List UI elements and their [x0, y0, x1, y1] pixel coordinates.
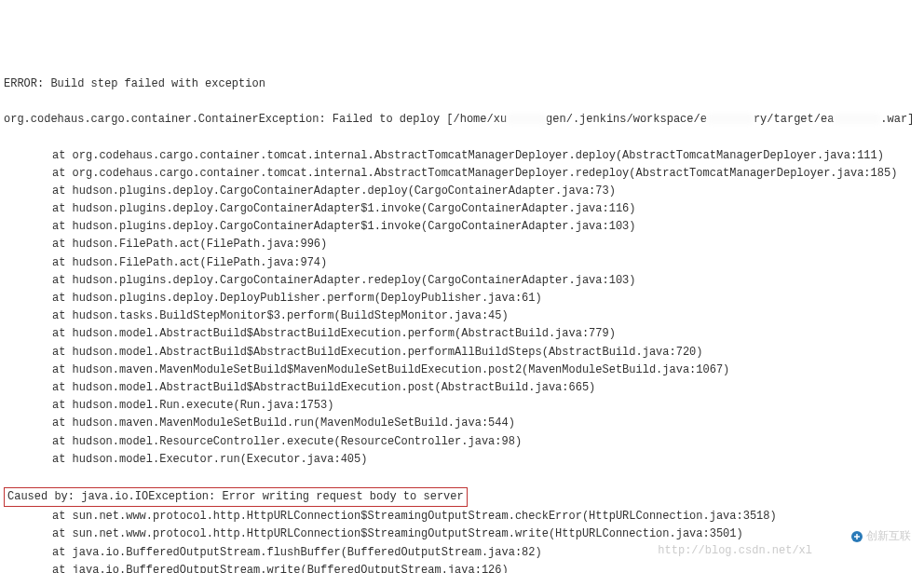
redaction-block [707, 114, 754, 124]
watermark-url: http://blog.csdn.net/xl [658, 542, 812, 560]
exception-text-mid: gen/.jenkins/workspace/e [546, 113, 707, 126]
watermark-brand: 创新互联 [845, 525, 917, 547]
stack-frame: at hudson.FilePath.act(FilePath.java:996… [4, 236, 920, 253]
redaction-block [507, 114, 546, 124]
stack-frame: at sun.net.www.protocol.http.HttpURLConn… [4, 508, 920, 525]
stack-frame: at hudson.maven.MavenModuleSetBuild.run(… [4, 415, 920, 432]
stack-frame: at hudson.model.Executor.run(Executor.ja… [4, 451, 920, 469]
stack-frame: at org.codehaus.cargo.container.tomcat.i… [4, 147, 920, 165]
watermark-brand-text: 创新互联 [866, 529, 911, 542]
stack-frame: at hudson.model.Run.execute(Run.java:175… [4, 397, 920, 415]
exception-text-end: .war] [880, 113, 914, 126]
stack-frame: at hudson.model.AbstractBuild$AbstractBu… [4, 325, 920, 343]
stack-frame: at hudson.plugins.deploy.CargoContainerA… [4, 218, 920, 236]
error-header: ERROR: Build step failed with exception [4, 75, 920, 93]
stack-frame: at hudson.model.AbstractBuild$AbstractBu… [4, 379, 920, 397]
stack-frame: at hudson.plugins.deploy.DeployPublisher… [4, 290, 920, 307]
stack-frame: at hudson.model.AbstractBuild$AbstractBu… [4, 344, 920, 362]
stack-frame: at hudson.tasks.BuildStepMonitor$3.perfo… [4, 307, 920, 325]
exception-text-mid2: ry/target/ea [754, 113, 834, 126]
highlight-caused-by: Caused by: java.io.IOException: Error wr… [4, 487, 468, 507]
stack-frame: at hudson.model.ResourceController.execu… [4, 433, 920, 451]
caused-by-line: Caused by: java.io.IOException: Error wr… [4, 490, 468, 503]
stack-frame: at hudson.plugins.deploy.CargoContainerA… [4, 200, 920, 218]
exception-line: org.codehaus.cargo.container.ContainerEx… [4, 111, 920, 129]
stack-frame: at sun.net.www.protocol.http.HttpURLConn… [4, 525, 920, 543]
stack-trace-primary: at org.codehaus.cargo.container.tomcat.i… [4, 147, 920, 469]
exception-text-pre: org.codehaus.cargo.container.ContainerEx… [4, 113, 507, 126]
stack-frame: at hudson.plugins.deploy.CargoContainerA… [4, 183, 920, 200]
stack-frame: at hudson.FilePath.act(FilePath.java:974… [4, 254, 920, 272]
redaction-block [834, 114, 880, 124]
stack-frame: at hudson.plugins.deploy.CargoContainerA… [4, 272, 920, 290]
stack-frame: at hudson.maven.MavenModuleSetBuild$Mave… [4, 362, 920, 379]
stack-trace-secondary: at sun.net.www.protocol.http.HttpURLConn… [4, 508, 920, 573]
brand-icon [850, 530, 863, 543]
stack-frame: at java.io.BufferedOutputStream.write(Bu… [4, 562, 920, 573]
stack-frame: at org.codehaus.cargo.container.tomcat.i… [4, 165, 920, 183]
